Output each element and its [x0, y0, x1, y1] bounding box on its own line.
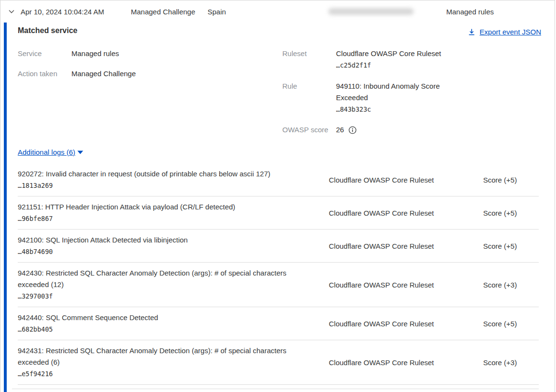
- export-event-json-label: Export event JSON: [480, 28, 541, 36]
- chevron-down-icon: [8, 8, 15, 15]
- log-rule-id: …e5f94216: [18, 368, 329, 380]
- log-row: 920272: Invalid character in request (ou…: [18, 163, 539, 196]
- download-icon: [468, 28, 475, 36]
- event-summary-row[interactable]: Apr 10, 2024 10:04:24 AM Managed Challen…: [0, 0, 555, 23]
- log-score: Score (+5): [483, 320, 539, 328]
- field-rule-label: Rule: [282, 81, 336, 92]
- field-owasp-score: OWASP score 26: [282, 124, 357, 136]
- owasp-score-info-button[interactable]: [348, 126, 357, 134]
- field-action-taken-label: Action taken: [18, 68, 71, 80]
- field-rule-id: …843b323c: [336, 104, 453, 115]
- log-score: Score (+3): [483, 358, 539, 367]
- log-row: 921151: HTTP Header Injection Attack via…: [18, 196, 539, 230]
- log-score: Score (+3): [483, 281, 539, 289]
- matched-service-panel: Matched service Export event JSON Servic…: [0, 23, 555, 392]
- log-rule-id: …96bfe867: [18, 213, 329, 224]
- field-action-taken-value: Managed Challenge: [71, 68, 136, 80]
- additional-logs-label: Additional logs (6): [18, 148, 75, 156]
- info-icon: [348, 126, 357, 134]
- field-rule-value: 949110: Inbound Anomaly Score Exceeded: [336, 81, 453, 104]
- field-owasp-score-label: OWASP score: [282, 124, 336, 136]
- log-ruleset: Cloudflare OWASP Core Ruleset: [329, 209, 483, 217]
- triangle-down-icon: [77, 150, 83, 155]
- log-row: 942430: Restricted SQL Character Anomaly…: [18, 263, 539, 307]
- log-rule-title: 942440: SQL Comment Sequence Detected: [18, 312, 301, 323]
- selected-row-accent-bar: [4, 23, 7, 392]
- log-rule-id: …1813a269: [18, 180, 329, 191]
- field-ruleset-value: Cloudflare OWASP Core Ruleset: [336, 48, 441, 59]
- field-action-taken: Action taken Managed Challenge: [18, 68, 136, 80]
- field-service: Service Managed rules: [18, 48, 119, 59]
- log-row: 942440: SQL Comment Sequence Detected …6…: [18, 307, 539, 340]
- log-rule-title: 942431: Restricted SQL Character Anomaly…: [18, 345, 301, 368]
- log-rule-id: …682bb405: [18, 323, 329, 335]
- redacted-host-value: [328, 8, 414, 15]
- log-ruleset: Cloudflare OWASP Core Ruleset: [329, 358, 483, 367]
- log-rule-title: 942100: SQL Injection Attack Detected vi…: [18, 234, 301, 246]
- log-rule-id: …48b74690: [18, 246, 329, 257]
- field-service-value: Managed rules: [71, 48, 119, 59]
- additional-logs-table: 920272: Invalid character in request (ou…: [18, 163, 539, 385]
- field-ruleset-id: …c25d2f1f: [336, 59, 441, 71]
- log-ruleset: Cloudflare OWASP Core Ruleset: [329, 320, 483, 328]
- panel-bottom-divider: [12, 389, 539, 389]
- field-ruleset-label: Ruleset: [282, 48, 336, 59]
- field-owasp-score-value: 26: [336, 124, 344, 136]
- log-ruleset: Cloudflare OWASP Core Ruleset: [329, 281, 483, 289]
- log-row: 942431: Restricted SQL Character Anomaly…: [18, 340, 539, 385]
- field-rule: Rule 949110: Inbound Anomaly Score Excee…: [282, 81, 453, 115]
- log-ruleset: Cloudflare OWASP Core Ruleset: [329, 242, 483, 250]
- panel-title: Matched service: [18, 26, 78, 35]
- event-timestamp: Apr 10, 2024 10:04:24 AM: [21, 8, 104, 16]
- event-details-container: Apr 10, 2024 10:04:24 AM Managed Challen…: [0, 0, 555, 392]
- field-ruleset: Ruleset Cloudflare OWASP Core Ruleset …c…: [282, 48, 441, 71]
- log-score: Score (+5): [483, 209, 539, 217]
- log-row: 942100: SQL Injection Attack Detected vi…: [18, 230, 539, 263]
- field-service-label: Service: [18, 48, 71, 59]
- log-rule-title: 920272: Invalid character in request (ou…: [18, 168, 301, 180]
- log-score: Score (+5): [483, 176, 539, 184]
- additional-logs-toggle[interactable]: Additional logs (6): [18, 148, 83, 156]
- collapse-row-button[interactable]: [6, 6, 17, 17]
- log-rule-id: …3297003f: [18, 290, 329, 302]
- log-rule-title: 921151: HTTP Header Injection Attack via…: [18, 201, 301, 213]
- export-event-json-link[interactable]: Export event JSON: [468, 28, 541, 36]
- event-country: Spain: [208, 8, 226, 16]
- log-score: Score (+5): [483, 242, 539, 250]
- log-rule-title: 942430: Restricted SQL Character Anomaly…: [18, 267, 301, 290]
- event-action: Managed Challenge: [131, 8, 195, 16]
- log-ruleset: Cloudflare OWASP Core Ruleset: [329, 176, 483, 184]
- event-service: Managed rules: [446, 8, 494, 16]
